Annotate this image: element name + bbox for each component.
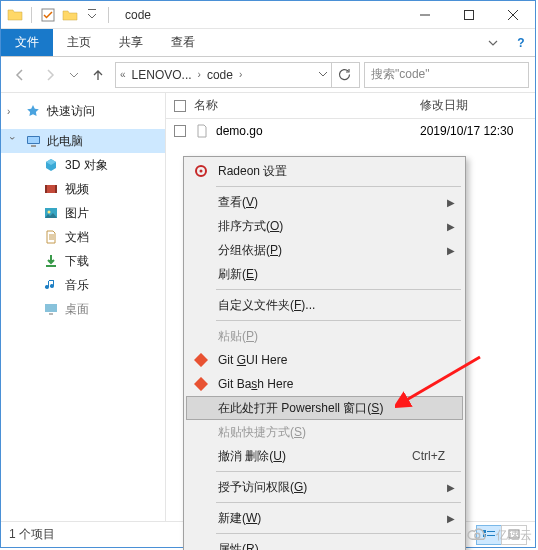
svg-rect-5 — [31, 145, 36, 147]
chevron-left-icon[interactable]: « — [120, 69, 126, 80]
pictures-icon — [43, 205, 59, 221]
menu-refresh[interactable]: 刷新(E) — [186, 262, 463, 286]
search-placeholder: 搜索"code" — [371, 66, 430, 83]
quick-access-toolbar — [1, 7, 117, 23]
window-title: code — [117, 8, 403, 22]
forward-button[interactable] — [37, 62, 63, 88]
git-icon — [192, 375, 210, 393]
folder-icon — [7, 7, 23, 23]
qat-dropdown-icon[interactable] — [84, 7, 100, 23]
select-all-checkbox[interactable] — [174, 100, 194, 112]
download-icon — [43, 253, 59, 269]
ribbon-tabs: 文件 主页 共享 查看 ? — [1, 29, 535, 57]
column-date[interactable]: 修改日期 — [420, 97, 535, 114]
menu-separator — [216, 471, 461, 472]
nav-label: 文档 — [65, 229, 89, 246]
large-icons-view-button[interactable] — [501, 525, 527, 545]
menu-properties[interactable]: 属性(R) — [186, 537, 463, 550]
chevron-right-icon: ▶ — [447, 482, 455, 493]
svg-rect-8 — [55, 185, 57, 193]
nav-3d-objects[interactable]: 3D 对象 — [1, 153, 165, 177]
maximize-button[interactable] — [447, 1, 491, 29]
menu-sort-by[interactable]: 排序方式(O)▶ — [186, 214, 463, 238]
svg-rect-12 — [45, 304, 57, 312]
chevron-right-icon[interactable]: › — [7, 106, 17, 117]
tab-file[interactable]: 文件 — [1, 29, 53, 56]
breadcrumb-segment[interactable]: code — [203, 68, 237, 82]
address-bar: « LENOVO... › code › 搜索"code" — [1, 57, 535, 93]
svg-rect-7 — [45, 185, 47, 193]
search-input[interactable]: 搜索"code" — [364, 62, 529, 88]
svg-point-10 — [48, 211, 51, 214]
chevron-right-icon: › — [239, 69, 242, 80]
chevron-right-icon: › — [198, 69, 201, 80]
nav-this-pc[interactable]: › 此电脑 — [1, 129, 165, 153]
minimize-button[interactable] — [403, 1, 447, 29]
menu-separator — [216, 502, 461, 503]
menu-separator — [216, 320, 461, 321]
breadcrumb-segment[interactable]: LENOVO... — [128, 68, 196, 82]
menu-view[interactable]: 查看(V)▶ — [186, 190, 463, 214]
menu-separator — [216, 289, 461, 290]
nav-desktop[interactable]: 桌面 — [1, 297, 165, 321]
context-menu: Radeon 设置 查看(V)▶ 排序方式(O)▶ 分组依据(P)▶ 刷新(E)… — [183, 156, 466, 550]
svg-rect-1 — [88, 9, 96, 10]
refresh-button[interactable] — [331, 63, 355, 87]
tab-view[interactable]: 查看 — [157, 29, 209, 56]
help-button[interactable]: ? — [507, 29, 535, 56]
menu-new[interactable]: 新建(W)▶ — [186, 506, 463, 530]
nav-pictures[interactable]: 图片 — [1, 201, 165, 225]
menu-group-by[interactable]: 分组依据(P)▶ — [186, 238, 463, 262]
chevron-right-icon: ▶ — [447, 513, 455, 524]
qat-properties-checkbox[interactable] — [40, 7, 56, 23]
chevron-right-icon: ▶ — [447, 197, 455, 208]
titlebar: code — [1, 1, 535, 29]
computer-icon — [25, 133, 41, 149]
qat-newfolder-icon[interactable] — [62, 7, 78, 23]
row-checkbox[interactable] — [174, 125, 194, 137]
menu-grant-access[interactable]: 授予访问权限(G)▶ — [186, 475, 463, 499]
star-icon — [25, 103, 41, 119]
nav-music[interactable]: 音乐 — [1, 273, 165, 297]
close-button[interactable] — [491, 1, 535, 29]
nav-label: 视频 — [65, 181, 89, 198]
details-view-button[interactable] — [476, 525, 502, 545]
menu-open-powershell[interactable]: 在此处打开 Powershell 窗口(S) — [186, 396, 463, 420]
ribbon-expand-button[interactable] — [479, 29, 507, 56]
item-count: 1 个项目 — [9, 526, 55, 543]
menu-undo-delete[interactable]: 撤消 删除(U)Ctrl+Z — [186, 444, 463, 468]
music-icon — [43, 277, 59, 293]
menu-git-bash[interactable]: Git Bash Here — [186, 372, 463, 396]
menu-separator — [216, 186, 461, 187]
breadcrumb[interactable]: « LENOVO... › code › — [115, 62, 360, 88]
tab-home[interactable]: 主页 — [53, 29, 105, 56]
nav-downloads[interactable]: 下载 — [1, 249, 165, 273]
up-button[interactable] — [85, 62, 111, 88]
menu-customize-folder[interactable]: 自定义文件夹(F)... — [186, 293, 463, 317]
svg-rect-4 — [28, 137, 39, 143]
tab-share[interactable]: 共享 — [105, 29, 157, 56]
file-icon — [194, 123, 210, 139]
svg-rect-18 — [509, 530, 519, 538]
svg-rect-17 — [487, 535, 495, 536]
svg-rect-22 — [194, 377, 208, 391]
nav-label: 下载 — [65, 253, 89, 270]
recent-dropdown[interactable] — [67, 62, 81, 88]
back-button[interactable] — [7, 62, 33, 88]
nav-quick-access[interactable]: › 快速访问 — [1, 99, 165, 123]
git-icon — [192, 351, 210, 369]
svg-rect-13 — [49, 313, 53, 315]
menu-radeon-settings[interactable]: Radeon 设置 — [186, 159, 463, 183]
nav-videos[interactable]: 视频 — [1, 177, 165, 201]
menu-git-gui[interactable]: Git GUI Here — [186, 348, 463, 372]
nav-label: 快速访问 — [47, 103, 95, 120]
column-name[interactable]: 名称 — [194, 97, 420, 114]
dropdown-icon[interactable] — [319, 69, 327, 80]
file-row[interactable]: demo.go 2019/10/17 12:30 — [166, 119, 535, 143]
menu-paste-shortcut: 粘贴快捷方式(S) — [186, 420, 463, 444]
nav-label: 音乐 — [65, 277, 89, 294]
cube-icon — [43, 157, 59, 173]
navigation-pane: › 快速访问 › 此电脑 3D 对象 视频 图片 — [1, 93, 166, 521]
chevron-down-icon[interactable]: › — [7, 136, 18, 146]
nav-documents[interactable]: 文档 — [1, 225, 165, 249]
